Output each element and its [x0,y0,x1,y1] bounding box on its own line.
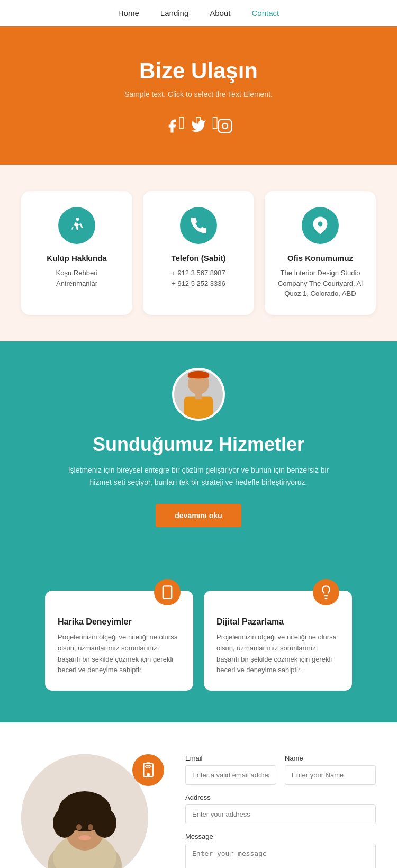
svg-point-2 [76,218,79,221]
email-group: Email [185,754,276,785]
hero-section: Bize Ulaşın Sample text. Click to select… [0,26,397,165]
service-cards-section: Harika Deneyimler Projelerinizin ölçeği … [0,559,397,722]
facebook-icon-svg[interactable] [164,118,180,138]
phone-icon [180,207,217,244]
message-input[interactable] [185,844,376,868]
phone-card-title: Telefon (Sabit) [154,254,243,263]
club-card: Kulüp Hakkında Koşu RehberiAntrenmanlar [21,191,132,315]
location-card: Ofis Konumumuz The Interior Design Studi… [265,191,376,315]
address-input[interactable] [185,804,376,824]
location-icon [302,207,339,244]
location-card-text: The Interior Design Studio Company The C… [275,268,365,299]
message-group: Message [185,833,376,868]
services-title: Sunduğumuz Hizmetler [21,433,376,456]
services-description: İşletmeniz için bireysel entegre bir çöz… [66,464,331,490]
instagram-icon-svg[interactable] [217,118,233,138]
message-label: Message [185,833,376,840]
hero-subtitle[interactable]: Sample text. Click to select the Text El… [21,90,376,98]
name-input[interactable] [285,765,376,785]
service-card-1-title: Harika Deneyimler [58,617,181,627]
club-card-title: Kulüp Hakkında [32,254,122,263]
person-avatar [172,368,225,421]
navigation: Home Landing About Contact [0,0,397,26]
teal-services-section: Sunduğumuz Hizmetler İşletmeniz için bir… [0,341,397,559]
svg-rect-6 [188,375,209,378]
svg-point-27 [147,774,149,776]
nav-landing[interactable]: Landing [160,8,188,17]
svg-point-22 [91,801,110,822]
svg-rect-7 [184,396,213,418]
phone-card: Telefon (Sabit) + 912 3 567 8987+ 912 5 … [143,191,254,315]
email-input[interactable] [185,765,276,785]
hero-title: Bize Ulaşın [21,58,376,84]
phone-float-icon [132,754,164,786]
phone-card-text: + 912 3 567 8987+ 912 5 252 3336 [154,268,243,288]
contact-avatar [21,754,148,868]
name-group: Name [285,754,376,785]
nav-contact[interactable]: Contact [251,8,279,17]
svg-rect-0 [219,120,232,133]
read-more-button[interactable]: devamını oku [156,504,241,527]
svg-point-24 [88,824,93,830]
location-card-title: Ofis Konumumuz [275,254,365,263]
svg-point-25 [78,835,91,840]
svg-rect-8 [195,393,202,399]
club-card-text: Koşu RehberiAntrenmanlar [32,268,122,288]
service-card-2-title: Dijital Pazarlama [216,617,339,627]
social-icons-svg [21,118,376,138]
nav-about[interactable]: About [210,8,230,17]
name-label: Name [285,754,376,762]
svg-point-3 [318,222,323,227]
contact-section: Email Name Address Message GÖNDERMEK Ten… [0,722,397,868]
form-row-email-name: Email Name [185,754,376,785]
service-card-1-text: Projelerinizin ölçeği ve niteliği ne olu… [58,632,181,676]
service-card-2: Dijital Pazarlama Projelerinizin ölçeği … [204,591,352,691]
mobile-icon [154,579,181,605]
info-cards-section: Kulüp Hakkında Koşu RehberiAntrenmanlar … [0,165,397,341]
nav-home[interactable]: Home [118,8,139,17]
contact-form: Email Name Address Message GÖNDERMEK Ten… [185,754,376,868]
contact-image-area [21,754,169,868]
lightbulb-icon [313,579,339,605]
twitter-icon-svg[interactable] [191,118,206,138]
svg-point-21 [59,801,78,822]
service-card-1: Harika Deneyimler Projelerinizin ölçeği … [45,591,193,691]
address-group: Address [185,793,376,824]
service-card-2-text: Projelerinizin ölçeği ve niteliği ne olu… [216,632,339,676]
email-label: Email [185,754,276,762]
svg-point-23 [76,824,82,830]
runner-icon [58,207,95,244]
address-label: Address [185,793,376,801]
